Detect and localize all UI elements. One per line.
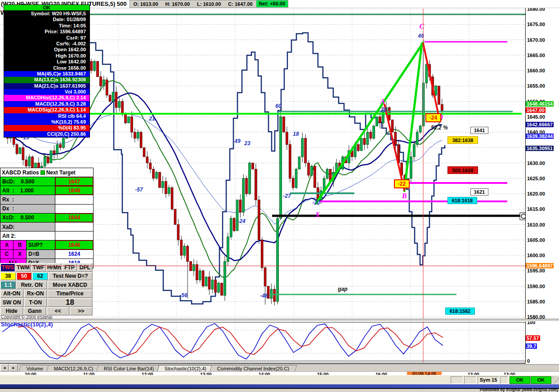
ratio-special-row: ABSUP?1646	[0, 241, 93, 249]
control-button--[interactable]: >>	[70, 307, 93, 316]
tab-scroll-right-icon[interactable]: ►	[9, 364, 18, 372]
candle-body	[112, 92, 114, 102]
control-button-50[interactable]: 50	[16, 272, 32, 281]
candle-body	[373, 126, 375, 138]
candle-body	[413, 144, 415, 156]
control-button-ftp[interactable]: FTP	[62, 263, 77, 272]
control-button-test-new-d-[interactable]: Test New D=?	[48, 272, 93, 281]
candle-body	[202, 271, 204, 286]
candle-body	[215, 280, 217, 292]
pivot-number-label: -57	[135, 187, 143, 193]
control-button-gann[interactable]: Gann	[23, 307, 47, 316]
ratio-name-cell: XaD:	[0, 223, 55, 231]
candle-body	[410, 157, 412, 178]
status-ok-button-1[interactable]: OK	[510, 376, 530, 384]
indicator-tab-4[interactable]: Stochastic(10(2),4)	[157, 365, 215, 372]
data-window-row: MACDSig(12,26,9,C) 1.14	[4, 107, 89, 113]
pivot-number-label: 28	[380, 107, 387, 113]
candle-body	[59, 144, 62, 147]
line-handle-icon[interactable]	[521, 214, 525, 218]
chart-price-label[interactable]: -24	[425, 113, 441, 122]
control-button--[interactable]: <<	[46, 307, 70, 316]
candle-body	[304, 138, 307, 163]
control-button-dpl[interactable]: DPL	[77, 263, 93, 272]
point-toggle-a[interactable]: A	[0, 241, 13, 249]
control-button-62[interactable]: 62	[32, 272, 48, 281]
pivot-number-label: -24	[237, 218, 246, 224]
candle-body	[56, 144, 58, 154]
panel-divider[interactable]	[0, 319, 559, 321]
status-bar: Sym 15 OK OK	[0, 375, 559, 385]
control-button-hide[interactable]: Hide	[0, 307, 23, 316]
candle-body	[177, 225, 179, 240]
candle-body	[174, 209, 176, 224]
pivot-number-label: 60	[275, 103, 282, 109]
candle-body	[249, 163, 251, 194]
indicator-tab-5[interactable]: Commodity Channel Index(20,C)	[210, 365, 297, 372]
chart-price-label[interactable]: 1621	[470, 188, 488, 196]
point-toggle-b[interactable]: B	[13, 241, 27, 249]
candle-body	[233, 218, 235, 231]
data-window-row: Symbol: W20 H9-WSF,5	[4, 11, 89, 17]
tab-scroll-left-icon[interactable]: ◄	[0, 364, 9, 372]
control-button-18[interactable]: 18	[47, 298, 93, 307]
price-tick-label: 1605.00	[527, 237, 545, 243]
chart-price-label[interactable]: 500:1628	[447, 166, 478, 174]
pivot-number-label: -20	[312, 200, 320, 206]
control-button-alt-on[interactable]: Alt-ON	[0, 290, 24, 298]
data-window-row: Low 1642.00	[4, 59, 89, 65]
ratio-row: BcD: 0.5001647	[0, 177, 93, 186]
price-badge: 1635.30951	[526, 146, 554, 151]
control-button-hrmn[interactable]: HrMn	[46, 263, 62, 272]
chart-price-label[interactable]: 618:1582	[445, 307, 475, 315]
resize-grip[interactable]	[552, 376, 559, 384]
data-window-row: Time: 14:05	[4, 23, 89, 29]
candle-body	[283, 117, 285, 132]
chart-price-label[interactable]: -22	[394, 179, 410, 188]
indicator-tab-3[interactable]: RSI Color Line Bar(14)	[96, 365, 162, 372]
point-toggle-c[interactable]: C	[0, 250, 13, 258]
xabcd-trend-line[interactable]	[385, 105, 404, 190]
price-tick-label: 1660.00	[527, 68, 545, 73]
control-button-38[interactable]: 38	[0, 272, 16, 281]
status-box-3	[500, 376, 508, 384]
control-button-t-on[interactable]: T-ON	[24, 298, 48, 307]
price-tick-label: 1630.00	[527, 160, 545, 166]
control-button-rx-on[interactable]: Rx-ON	[24, 290, 48, 298]
control-button-move-xabcd[interactable]: Move XABCD	[47, 281, 93, 290]
price-tick-label: 1595.00	[527, 268, 545, 273]
control-button-retr-on[interactable]: Retr. ON	[16, 281, 47, 290]
candle-body	[168, 187, 170, 194]
ratio-target-cell	[55, 223, 93, 231]
ratio-special-row: CXD=B1624	[0, 250, 93, 259]
legend-square-icon	[40, 170, 45, 175]
chart-price-label[interactable]: 382:1638	[447, 136, 478, 144]
candle-body	[196, 265, 198, 280]
indicator-tab-2[interactable]: MACD(12,26,9,C)	[46, 365, 101, 372]
price-tick-label: 1645.00	[527, 114, 545, 120]
ratio-name-cell: Dx :	[0, 205, 55, 213]
data-window-row: MA(21,C)s 1637.61905	[4, 83, 89, 89]
ratio-target-cell: 1646	[55, 241, 93, 249]
candle-body	[205, 277, 207, 286]
ratio-target-cell	[55, 205, 93, 213]
control-button-1-1[interactable]: 1:1	[0, 281, 16, 290]
status-box-1	[451, 376, 463, 384]
status-ok-button-2[interactable]: OK	[531, 376, 551, 384]
control-button-sw-on[interactable]: SW ON	[0, 298, 24, 307]
candle-body	[125, 114, 127, 123]
candle-body	[289, 144, 291, 178]
control-button-twm[interactable]: TWM	[15, 263, 31, 272]
chart-price-label[interactable]: 1641	[470, 127, 488, 134]
candle-body	[152, 169, 155, 178]
point-toggle-x[interactable]: X	[13, 250, 27, 258]
price-tick-label: 1655.00	[527, 83, 545, 89]
control-button-tws[interactable]: TWS	[0, 263, 15, 272]
control-button-twf[interactable]: TWF	[31, 263, 46, 272]
data-window[interactable]: OK Symbol: W20 H9-WSF,5Date: 01/28/09Tim…	[4, 4, 90, 138]
candle-body	[277, 218, 279, 302]
candle-body	[199, 271, 201, 280]
symbol-count-field: Sym 15	[478, 376, 499, 384]
chart-price-label[interactable]: 618:1618	[447, 197, 477, 204]
control-button-time-price[interactable]: Time/Price	[47, 290, 93, 298]
